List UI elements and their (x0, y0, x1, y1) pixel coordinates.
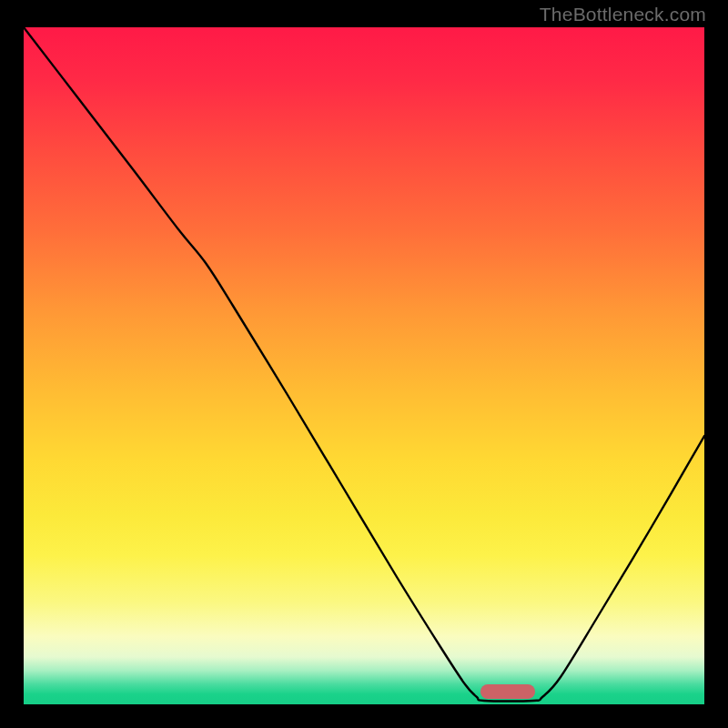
bottleneck-curve (24, 27, 704, 704)
watermark-text: TheBottleneck.com (540, 4, 706, 25)
plot-area (24, 27, 704, 704)
optimal-marker (480, 684, 535, 699)
chart-frame: TheBottleneck.com (0, 0, 728, 728)
